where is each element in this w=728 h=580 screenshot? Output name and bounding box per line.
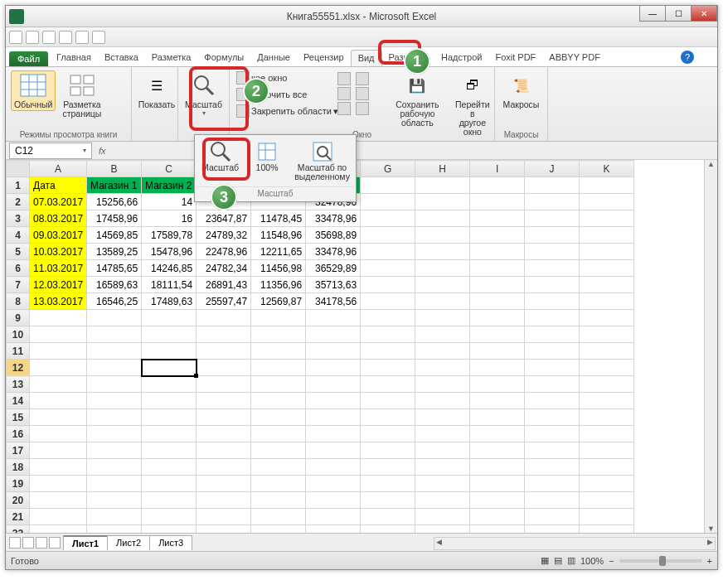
cell-B16[interactable] (87, 426, 142, 442)
row-header-5[interactable]: 5 (7, 244, 30, 260)
cell-H7[interactable] (415, 277, 470, 293)
cell-C14[interactable] (142, 393, 197, 409)
cell-J6[interactable] (525, 260, 580, 277)
cell-F8[interactable]: 34178,56 (306, 293, 361, 310)
cell-K19[interactable] (580, 476, 634, 492)
cell-C22[interactable] (142, 525, 197, 534)
cell-H3[interactable] (415, 210, 470, 227)
qat-print-icon[interactable] (59, 31, 72, 44)
cell-B14[interactable] (87, 393, 142, 409)
row-header-4[interactable]: 4 (7, 227, 30, 244)
tab-главная[interactable]: Главная (50, 50, 98, 66)
cell-I17[interactable] (470, 442, 525, 459)
cell-I11[interactable] (470, 343, 525, 360)
cell-J21[interactable] (525, 509, 580, 525)
col-header-A[interactable]: A (30, 161, 87, 177)
cell-J22[interactable] (525, 525, 580, 534)
cell-I18[interactable] (470, 459, 525, 476)
cell-H4[interactable] (415, 227, 470, 244)
row-header-2[interactable]: 2 (7, 194, 30, 210)
cell-K2[interactable] (580, 194, 634, 210)
cell-G14[interactable] (361, 393, 415, 409)
cell-H18[interactable] (415, 459, 470, 476)
row-header-21[interactable]: 21 (7, 509, 30, 525)
row-header-14[interactable]: 14 (7, 393, 30, 409)
cell-E12[interactable] (251, 360, 306, 376)
cell-C4[interactable]: 17589,78 (142, 227, 197, 244)
cell-C3[interactable]: 16 (142, 210, 197, 227)
tab-разметка[interactable]: Разметка (145, 50, 198, 66)
cell-C18[interactable] (142, 459, 197, 476)
cell-F20[interactable] (306, 492, 361, 509)
row-header-9[interactable]: 9 (7, 310, 30, 326)
reset-pos-icon[interactable] (356, 102, 369, 115)
cell-D10[interactable] (197, 326, 251, 343)
qat-new-icon[interactable] (75, 31, 89, 44)
cell-D17[interactable] (197, 442, 251, 459)
cell-A4[interactable]: 09.03.2017 (30, 227, 87, 244)
row-header-19[interactable]: 19 (7, 476, 30, 492)
cell-J19[interactable] (525, 476, 580, 492)
cell-A11[interactable] (30, 343, 87, 360)
row-header-22[interactable]: 22 (7, 525, 30, 534)
cell-B4[interactable]: 14569,85 (87, 227, 142, 244)
col-header-K[interactable]: K (580, 161, 634, 177)
row-header-18[interactable]: 18 (7, 459, 30, 476)
zoom-dropdown-selection[interactable]: Масштаб по выделенному (290, 137, 354, 185)
sheet-nav-first[interactable] (9, 537, 21, 549)
cell-D20[interactable] (197, 492, 251, 509)
cell-C7[interactable]: 18111,54 (142, 277, 197, 293)
col-header-H[interactable]: H (415, 161, 470, 177)
cell-E4[interactable]: 11548,96 (251, 227, 306, 244)
cell-H11[interactable] (415, 343, 470, 360)
cell-C5[interactable]: 15478,96 (142, 244, 197, 260)
cell-B21[interactable] (87, 509, 142, 525)
cell-G7[interactable] (361, 277, 415, 293)
col-header-G[interactable]: G (361, 161, 415, 177)
cell-I1[interactable] (470, 177, 525, 194)
cell-G16[interactable] (361, 426, 415, 442)
cell-G8[interactable] (361, 293, 415, 310)
cell-C19[interactable] (142, 476, 197, 492)
cell-J5[interactable] (525, 244, 580, 260)
cell-E21[interactable] (251, 509, 306, 525)
row-header-16[interactable]: 16 (7, 426, 30, 442)
qat-save-icon[interactable] (9, 31, 22, 44)
cell-K14[interactable] (580, 393, 634, 409)
cell-C17[interactable] (142, 442, 197, 459)
cell-E11[interactable] (251, 343, 306, 360)
cell-F18[interactable] (306, 459, 361, 476)
cell-K6[interactable] (580, 260, 634, 277)
cell-J16[interactable] (525, 426, 580, 442)
sheet-nav-last[interactable] (49, 537, 61, 549)
cell-C6[interactable]: 14246,85 (142, 260, 197, 277)
cell-B12[interactable] (87, 360, 142, 376)
cell-G12[interactable] (361, 360, 415, 376)
cell-K12[interactable] (580, 360, 634, 376)
row-header-8[interactable]: 8 (7, 293, 30, 310)
cell-G2[interactable] (361, 194, 415, 210)
cell-F7[interactable]: 35713,63 (306, 277, 361, 293)
cell-D3[interactable]: 23647,87 (197, 210, 251, 227)
cell-D4[interactable]: 24789,32 (197, 227, 251, 244)
cell-A6[interactable]: 11.03.2017 (30, 260, 87, 277)
zoom-dropdown-100[interactable]: 100% (244, 137, 290, 185)
spreadsheet-grid[interactable]: ABCDEFGHIJK1ДатаМагазин 1Магазин 2Магази… (6, 160, 717, 533)
qat-redo-icon[interactable] (42, 31, 56, 44)
cell-K20[interactable] (580, 492, 634, 509)
cell-D18[interactable] (197, 459, 251, 476)
cell-K17[interactable] (580, 442, 634, 459)
col-header-J[interactable]: J (525, 161, 580, 177)
name-box[interactable]: C12 ▾ (9, 143, 92, 159)
cell-I21[interactable] (470, 509, 525, 525)
cell-H2[interactable] (415, 194, 470, 210)
row-header-3[interactable]: 3 (7, 210, 30, 227)
cell-I8[interactable] (470, 293, 525, 310)
cell-B19[interactable] (87, 476, 142, 492)
cell-F10[interactable] (306, 326, 361, 343)
cell-A16[interactable] (30, 426, 87, 442)
cell-J7[interactable] (525, 277, 580, 293)
cell-C16[interactable] (142, 426, 197, 442)
cell-E13[interactable] (251, 376, 306, 393)
cell-J10[interactable] (525, 326, 580, 343)
